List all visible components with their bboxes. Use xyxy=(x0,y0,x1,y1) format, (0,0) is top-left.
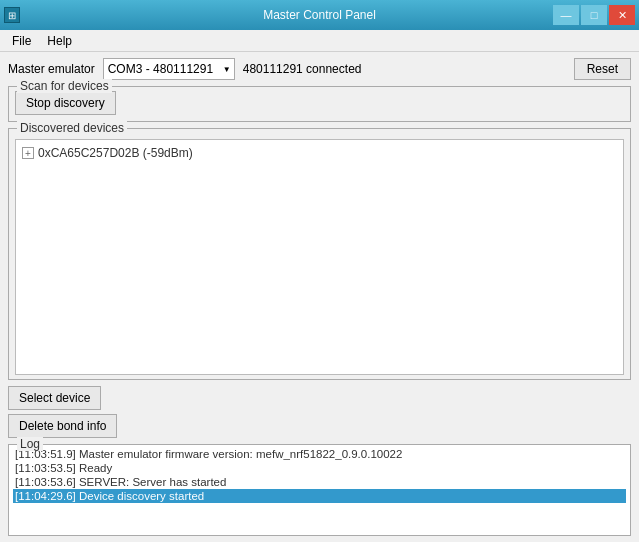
title-bar-buttons: — □ ✕ xyxy=(553,5,635,25)
log-entry-1: [11:03:53.5] Ready xyxy=(13,461,626,475)
device-item[interactable]: + 0xCA65C257D02B (-59dBm) xyxy=(20,144,619,162)
discovered-devices-label: Discovered devices xyxy=(17,121,127,135)
app-icon: ⊞ xyxy=(4,7,20,23)
discovered-devices-list: + 0xCA65C257D02B (-59dBm) xyxy=(15,139,624,375)
log-entry-2: [11:03:53.6] SERVER: Server has started xyxy=(13,475,626,489)
bottom-buttons: Select device Delete bond info xyxy=(8,386,631,438)
device-name: 0xCA65C257D02B (-59dBm) xyxy=(38,146,193,160)
maximize-button[interactable]: □ xyxy=(581,5,607,25)
delete-bond-info-button[interactable]: Delete bond info xyxy=(8,414,117,438)
main-content: Master emulator COM3 - 480111291 ▼ 48011… xyxy=(0,52,639,542)
close-button[interactable]: ✕ xyxy=(609,5,635,25)
log-content[interactable]: [11:03:51.9] Master emulator firmware ve… xyxy=(9,445,630,535)
expand-icon[interactable]: + xyxy=(22,147,34,159)
com-port-select[interactable]: COM3 - 480111291 xyxy=(103,58,235,80)
scan-devices-group: Scan for devices Stop discovery xyxy=(8,86,631,122)
select-device-button[interactable]: Select device xyxy=(8,386,101,410)
master-emulator-section: Master emulator COM3 - 480111291 ▼ 48011… xyxy=(8,58,631,80)
connection-status: 480111291 connected xyxy=(243,62,362,76)
log-entry-3: [11:04:29.6] Device discovery started xyxy=(13,489,626,503)
menu-help[interactable]: Help xyxy=(39,32,80,50)
com-port-select-wrapper: COM3 - 480111291 ▼ xyxy=(103,58,235,80)
master-emulator-label: Master emulator xyxy=(8,62,95,76)
menu-bar: File Help xyxy=(0,30,639,52)
reset-button[interactable]: Reset xyxy=(574,58,631,80)
stop-discovery-button[interactable]: Stop discovery xyxy=(15,91,116,115)
log-label: Log xyxy=(17,437,43,451)
scan-devices-label: Scan for devices xyxy=(17,79,112,93)
log-group: Log [11:03:51.9] Master emulator firmwar… xyxy=(8,444,631,536)
log-entry-0: [11:03:51.9] Master emulator firmware ve… xyxy=(13,447,626,461)
minimize-button[interactable]: — xyxy=(553,5,579,25)
menu-file[interactable]: File xyxy=(4,32,39,50)
window-title: Master Control Panel xyxy=(263,8,376,22)
title-bar: ⊞ Master Control Panel — □ ✕ xyxy=(0,0,639,30)
discovered-devices-group: Discovered devices + 0xCA65C257D02B (-59… xyxy=(8,128,631,380)
title-bar-left: ⊞ xyxy=(4,7,20,23)
